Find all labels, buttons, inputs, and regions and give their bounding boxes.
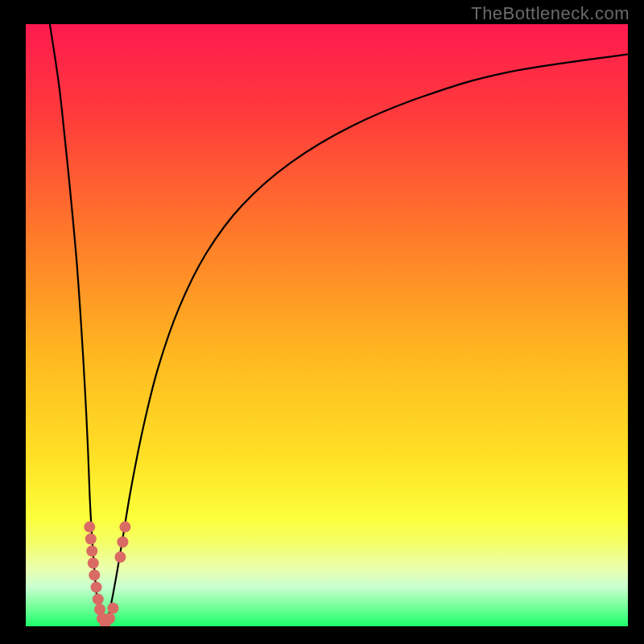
bottleneck-plot <box>0 0 644 644</box>
data-marker <box>104 613 115 624</box>
chart-frame: TheBottleneck.com <box>0 0 644 644</box>
data-marker <box>89 569 100 580</box>
data-marker <box>88 557 99 568</box>
data-marker <box>91 581 102 592</box>
data-marker <box>86 546 97 557</box>
watermark-text: TheBottleneck.com <box>471 3 630 24</box>
data-marker <box>119 522 130 533</box>
data-marker <box>93 593 104 605</box>
data-marker <box>117 536 128 547</box>
gradient-background <box>26 24 628 626</box>
data-marker <box>84 522 95 533</box>
data-marker <box>107 603 118 614</box>
data-marker <box>114 551 126 563</box>
data-marker <box>85 534 97 545</box>
